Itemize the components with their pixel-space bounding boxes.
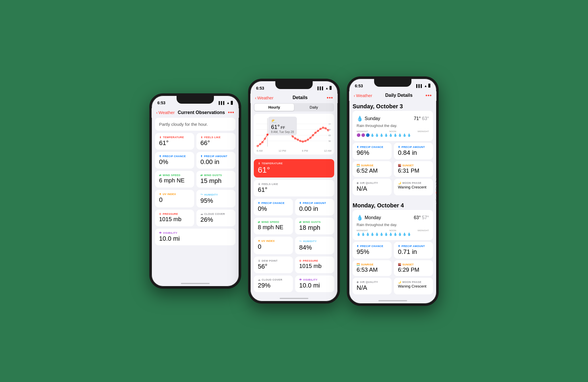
drop-6: 💧 [380, 133, 384, 137]
day-nav-f[interactable]: F [436, 188, 438, 191]
monday-timeline-labels: MIDNIGHT NOON MIDNIGHT [357, 229, 429, 232]
metric-wind-speed-1: ⇄ WIND SPEED 6 mph NE [155, 171, 194, 188]
drop-12: 💧 [407, 133, 411, 137]
precip-chance-value-2: 0% [258, 205, 289, 213]
home-bar-3 [378, 300, 407, 301]
monday-drops: 💧 💧 💧 💧 💧 💧 💧 💧 💧 💧 💧 💧 [357, 232, 429, 236]
feelslike-icon-2: 🌡 [258, 183, 261, 186]
tooltip-unit-2: F [281, 126, 283, 130]
monday-summary-row: 💧 Monday 63° 57° [357, 213, 429, 223]
sunday-precip-amount: ⬆ PRECIP AMOUNT 0.84 in [394, 143, 433, 159]
nav-bar-1: ‹ Weather Current Observations ••• [152, 108, 239, 118]
nav-back-1[interactable]: ‹ Weather [156, 110, 175, 115]
day-nav-s1[interactable]: S [436, 191, 438, 194]
nav-more-2[interactable]: ••• [327, 95, 333, 101]
detail-row-4: ☀ UV INDEX 0 〜 HUMIDITY 84% [254, 237, 334, 254]
nav-more-3[interactable]: ••• [425, 92, 432, 99]
nav-back-label-1: Weather [158, 110, 175, 115]
sunday-detail-row-2: 🌅 SUNRISE 6:52 AM 🌇 SUNSET 6:31 PM [353, 161, 433, 177]
day-nav-w[interactable]: W [436, 181, 438, 184]
wind-gusts-icon-2: ⇄ [299, 221, 302, 223]
drop-2: 🟣 [361, 133, 365, 137]
sunday-desc: Rain throughout the day. [357, 124, 429, 129]
sunday-precip-amount-value: 0.84 in [398, 149, 429, 157]
monday-moon-phase: 🌙 MOON PHASE Waning Crescent [394, 278, 433, 294]
nav-back-3[interactable]: ‹ Weather [354, 93, 372, 98]
precip-amount-icon-s1: ⬆ [398, 146, 401, 148]
nav-title-2: Details [293, 95, 307, 100]
metric-row-1: 🌡 TEMPERATURE 61° 🌡 FEELS LIKE 66° [155, 133, 235, 150]
day-nav-t2[interactable]: T [436, 184, 438, 187]
day-nav-m[interactable]: M [436, 198, 438, 201]
drop-4: 💧 [370, 133, 374, 137]
day-nav-t1[interactable]: T [436, 178, 438, 180]
wind-speed-label-1: ⇄ WIND SPEED [159, 174, 190, 177]
status-icons-2: ▌▌▌ ▲ ▊ [318, 86, 332, 90]
home-indicator-1 [152, 281, 239, 286]
home-bar-1 [181, 283, 210, 284]
sunday-timeline: MIDNIGHT NOON MIDNIGHT 🟣 🟣 🔵 💧 💧 💧 💧 💧 [357, 130, 429, 137]
humidity-value-2: 84% [299, 244, 330, 251]
day-nav-t3[interactable]: T [436, 202, 438, 204]
label-midnight-m1: MIDNIGHT [357, 229, 368, 232]
metric-row-2: ⬆ PRECIP CHANCE 0% ⬆ PRECIP AMOUNT 0.00 … [155, 152, 235, 169]
tab-daily[interactable]: Daily [294, 104, 334, 111]
drop-1: 🟣 [357, 133, 361, 137]
sunday-precip-amount-label: ⬆ PRECIP AMOUNT [398, 146, 429, 148]
tab-hourly[interactable]: Hourly [254, 104, 294, 111]
temp-icon-2: 🌡 [258, 162, 261, 165]
monday-sunrise: 🌅 SUNRISE 6:53 AM [353, 260, 392, 276]
status-time-1: 6:53 [157, 101, 165, 105]
chart-tooltip-2: ⛅ 61° FF 8 AM, Tue Sep 28 [268, 117, 297, 135]
monday-detail-row-1: ⬆ PRECIP CHANCE 95% ⬆ PRECIP AMOUNT 0.71… [353, 242, 433, 258]
status-time-2: 6:53 [256, 86, 264, 90]
battery-icon-2: ▊ [330, 86, 332, 90]
metric-humidity-1: 〜 HUMIDITY 95% [196, 190, 235, 207]
x-label-12pm: 12 PM [278, 149, 286, 152]
mdrop-3: 💧 [366, 232, 370, 236]
monday-moon-value: Waning Crescent [398, 284, 429, 288]
monday-detail-row-2: 🌅 SUNRISE 6:53 AM 🌇 SUNSET 6:29 PM [353, 260, 433, 276]
wind-speed-icon-2: ⇄ [258, 221, 260, 223]
day-section-monday: Monday, October 4 💧 Monday 63° 57° Rain … [353, 200, 433, 294]
tooltip-date-2: 8 AM, Tue Sep 28 [271, 130, 294, 134]
precip-chance-label-2: ⬆ PRECIP CHANCE [258, 202, 289, 204]
cloud-icon-1: ☁ [200, 213, 203, 215]
segment-wrapper-2: Hourly Daily [250, 103, 338, 114]
sunday-summary-row: 💧 Sunday 71° 63° [357, 114, 429, 124]
metric-wind-gusts-1: ⇄ WIND GUSTS 15 mph [196, 171, 235, 188]
sunday-precip-chance: ⬆ PRECIP CHANCE 96% [353, 143, 392, 159]
humidity-icon-1: 〜 [200, 193, 203, 196]
monday-precip-chance-value: 95% [357, 248, 388, 256]
nav-back-label-2: Weather [257, 95, 273, 100]
thermometer-icon-1: 🌡 [159, 136, 162, 139]
day-nav-s2[interactable]: S [436, 195, 438, 198]
precip-chance-icon-1: ⬆ [159, 155, 162, 158]
metric-precip-chance-1: ⬆ PRECIP CHANCE 0% [155, 152, 194, 169]
metric-row-5: ⊙ PRESSURE 1015 mb ☁ CLOUD COVER 26% [155, 210, 235, 226]
daily-scroll-3: Sunday, October 3 💧 Sunday 71° 63° Rain … [349, 101, 436, 298]
sunday-sunset-value: 6:31 PM [398, 167, 429, 174]
nav-bar-3: ‹ Weather Daily Details ••• [349, 91, 436, 101]
feelslike-label-2: 🌡 FEELS LIKE [258, 183, 330, 186]
monday-sunset-label: 🌇 SUNSET [398, 263, 429, 266]
chevron-left-icon-3: ‹ [354, 93, 355, 98]
mdrop-12: 💧 [407, 232, 411, 236]
metric-row-4: ☀ UV INDEX 0 〜 HUMIDITY 95% [155, 190, 235, 207]
cloud-icon-2: ☁ [258, 278, 261, 281]
sunday-sunrise: 🌅 SUNRISE 6:52 AM [353, 161, 392, 177]
nav-back-2[interactable]: ‹ Weather [255, 95, 273, 100]
feelslike-label-1: 🌡 FEELS LIKE [200, 136, 231, 139]
sunday-precip-chance-label: ⬆ PRECIP CHANCE [357, 146, 388, 148]
eye-icon-2: 👁 [299, 278, 302, 281]
metric-temperature-2[interactable]: 🌡 TEMPERATURE 61° [254, 159, 334, 178]
monday-desc: Rain throughout the day. [357, 223, 429, 228]
monday-precip-chance-label: ⬆ PRECIP CHANCE [357, 245, 388, 248]
wind-gusts-value-1: 15 mph [200, 177, 231, 185]
precip-amount-icon-1: ⬆ [200, 155, 203, 158]
cloud-cover-label-1: ☁ CLOUD COVER [200, 213, 231, 215]
metric-row-6: 👁 VISIBILITY 10.0 mi [155, 229, 235, 245]
temp-label-1: 🌡 TEMPERATURE [159, 136, 190, 139]
wind-speed-icon-1: ⇄ [159, 174, 162, 177]
nav-more-1[interactable]: ••• [228, 109, 234, 115]
